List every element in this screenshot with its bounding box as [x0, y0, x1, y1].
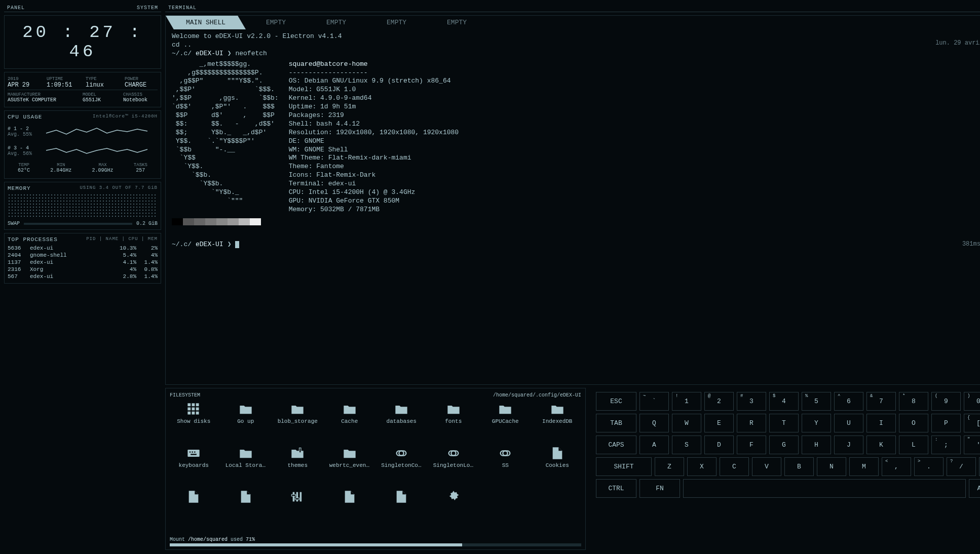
key-shift[interactable]: SHIFT	[596, 457, 652, 476]
key-1[interactable]: !1	[672, 392, 701, 411]
key-6[interactable]: ^6	[834, 392, 863, 411]
power-value: CHARGE	[125, 82, 158, 89]
key-i[interactable]: I	[866, 414, 896, 432]
filesystem-item[interactable]: Cookies	[534, 446, 582, 486]
key-altgr[interactable]: ALT GR	[969, 479, 980, 498]
memory-usage: USING 3.4 OUT OF 7.7 GiB	[80, 185, 158, 191]
key-j[interactable]: J	[834, 436, 863, 454]
key-z[interactable]: Z	[655, 457, 684, 476]
key-r[interactable]: R	[737, 414, 766, 432]
filesystem-item[interactable]: IndexedDB	[534, 402, 582, 442]
filesystem-item[interactable]: SingletonLock	[430, 446, 478, 486]
key-q[interactable]: Q	[639, 414, 669, 432]
key-ctrl-left[interactable]: CTRL	[596, 479, 636, 498]
key-o[interactable]: O	[899, 414, 928, 432]
filesystem-item[interactable]: Cache	[326, 402, 374, 442]
filesystem-item[interactable]: Go up	[222, 402, 270, 442]
key-tab[interactable]: TAB	[596, 414, 636, 432]
key-;[interactable]: :;	[931, 436, 961, 454]
cpu-chart-2	[36, 143, 158, 159]
key-c[interactable]: C	[720, 457, 749, 476]
filesystem-item[interactable]	[170, 490, 218, 524]
key-g[interactable]: G	[769, 436, 799, 454]
process-row[interactable]: 567edex-ui2.8%1.4%	[8, 273, 158, 280]
filesystem-item[interactable]: themes	[274, 446, 322, 486]
filesystem-item[interactable]: fonts	[430, 402, 478, 442]
key-v[interactable]: V	[752, 457, 781, 476]
color-palette	[172, 218, 980, 225]
svg-rect-5	[196, 408, 199, 411]
key-y[interactable]: Y	[802, 414, 831, 432]
key-u[interactable]: U	[834, 414, 863, 432]
disk-used-pct: 71%	[246, 537, 255, 542]
key-3[interactable]: #3	[737, 392, 766, 411]
filesystem-item[interactable]: Local Storage	[222, 446, 270, 486]
key-w[interactable]: W	[672, 414, 701, 432]
key-`[interactable]: ~`	[639, 392, 669, 411]
filesystem-item[interactable]	[430, 490, 478, 524]
filesystem-item[interactable]: keyboards	[170, 446, 218, 486]
gear-icon	[445, 490, 462, 504]
filesystem-item[interactable]: blob_storage	[274, 402, 322, 442]
terminal-tab[interactable]: MAIN SHELL	[166, 16, 246, 29]
key-,[interactable]: <,	[882, 457, 911, 476]
filesystem-item[interactable]	[378, 490, 426, 524]
key-/[interactable]: ?/	[947, 457, 976, 476]
key-[[interactable]: {[	[964, 414, 980, 432]
swap-value: 0.2 GiB	[136, 221, 158, 226]
swap-label: SWAP	[8, 221, 20, 226]
key-caps[interactable]: CAPS	[596, 436, 636, 454]
key-l[interactable]: L	[899, 436, 928, 454]
svg-rect-8	[196, 412, 199, 415]
filesystem-item[interactable]: GPUCache	[481, 402, 530, 442]
process-row[interactable]: 5636edex-ui10.3%2%	[8, 245, 158, 252]
key-esc[interactable]: ESC	[596, 392, 636, 411]
key-b[interactable]: B	[784, 457, 814, 476]
key-t[interactable]: T	[769, 414, 799, 432]
folder-icon	[393, 402, 409, 416]
key-2[interactable]: @2	[704, 392, 734, 411]
key-a[interactable]: A	[639, 436, 669, 454]
key-x[interactable]: X	[687, 457, 717, 476]
terminal-body[interactable]: lun. 29 avril 20 lun. 29 avril 2019 20:2…	[166, 29, 980, 384]
process-row[interactable]: 2316Xorg4%0.8%	[8, 266, 158, 273]
key-m[interactable]: M	[849, 457, 879, 476]
svg-rect-0	[188, 403, 191, 406]
key-f[interactable]: F	[737, 436, 766, 454]
folder-icon	[238, 446, 254, 460]
process-row[interactable]: 2404gnome-shell5.4%4%	[8, 252, 158, 259]
key-5[interactable]: %5	[802, 392, 831, 411]
key-.[interactable]: >.	[914, 457, 944, 476]
key-7[interactable]: &7	[866, 392, 896, 411]
filesystem-item[interactable]	[274, 490, 322, 524]
key-d[interactable]: D	[704, 436, 734, 454]
key-8[interactable]: *8	[899, 392, 928, 411]
key-e[interactable]: E	[704, 414, 734, 432]
filesystem-item[interactable]: webrtc_even...	[326, 446, 374, 486]
key-h[interactable]: H	[802, 436, 831, 454]
filesystem-item[interactable]	[222, 490, 270, 524]
terminal-tab[interactable]: EMPTY	[246, 16, 306, 29]
key-s[interactable]: S	[672, 436, 701, 454]
folder-icon	[445, 402, 462, 416]
filesystem-item[interactable]: SS	[481, 446, 530, 486]
filesystem-title: FILESYSTEM	[170, 392, 200, 398]
filesystem-item[interactable]: databases	[378, 402, 426, 442]
key-0[interactable]: )0	[964, 392, 980, 411]
terminal-tab[interactable]: EMPTY	[427, 16, 487, 29]
key-space[interactable]	[683, 479, 966, 498]
filesystem-item[interactable]: SingletonCo...	[378, 446, 426, 486]
key-n[interactable]: N	[817, 457, 846, 476]
terminal-tab[interactable]: EMPTY	[366, 16, 427, 29]
key-p[interactable]: P	[931, 414, 961, 432]
filesystem-item[interactable]	[326, 490, 374, 524]
terminal-tab[interactable]: EMPTY	[306, 16, 366, 29]
process-row[interactable]: 1137edex-ui4.1%1.4%	[8, 259, 158, 266]
memory-visualization	[8, 193, 158, 219]
key-k[interactable]: K	[866, 436, 896, 454]
key-9[interactable]: (9	[931, 392, 961, 411]
key-'[interactable]: "'	[964, 436, 980, 454]
key-fn[interactable]: FN	[639, 479, 680, 498]
key-4[interactable]: $4	[769, 392, 799, 411]
filesystem-item[interactable]: Show disks	[170, 402, 218, 442]
